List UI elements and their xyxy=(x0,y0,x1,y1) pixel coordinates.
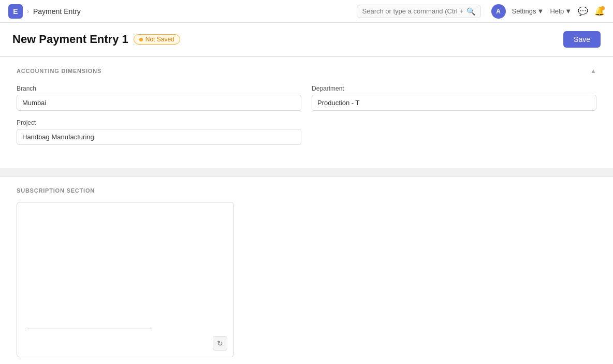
accounting-dimensions-collapse-button[interactable]: ▲ xyxy=(590,67,596,75)
search-icon: 🔍 xyxy=(466,7,475,16)
help-button[interactable]: Help ▼ xyxy=(550,7,572,15)
accounting-dimensions-header: ACCOUNTING DIMENSIONS ▲ xyxy=(17,67,596,75)
subscription-section-title: SUBSCRIPTION SECTION xyxy=(17,187,596,194)
status-dot-icon xyxy=(139,38,143,41)
page-title-area: New Payment Entry 1 Not Saved xyxy=(12,33,180,46)
subscription-reload-button[interactable]: ↻ xyxy=(213,336,227,351)
navbar: E › Payment Entry 🔍 A Settings ▼ Help ▼ … xyxy=(0,0,613,23)
save-button[interactable]: Save xyxy=(563,31,601,48)
notification-bell-button[interactable]: 🔔 xyxy=(594,6,605,16)
page-title: New Payment Entry 1 xyxy=(12,33,128,46)
branch-field-group: Branch xyxy=(17,85,301,111)
department-input[interactable] xyxy=(312,95,596,111)
help-chevron-icon: ▼ xyxy=(565,7,572,15)
breadcrumb-chevron-icon: › xyxy=(27,8,29,15)
settings-chevron-icon: ▼ xyxy=(537,7,544,15)
status-label: Not Saved xyxy=(145,36,174,43)
avatar[interactable]: A xyxy=(491,4,506,19)
global-search-box[interactable]: 🔍 xyxy=(357,5,481,18)
main-content: ACCOUNTING DIMENSIONS ▲ Branch Departmen… xyxy=(0,56,613,364)
notification-dot xyxy=(601,6,605,10)
branch-department-row: Branch Department xyxy=(17,85,596,111)
search-input[interactable] xyxy=(362,7,463,15)
project-input[interactable] xyxy=(17,129,301,145)
settings-button[interactable]: Settings ▼ xyxy=(512,7,544,15)
branch-input[interactable] xyxy=(17,95,301,111)
navbar-right-actions: A Settings ▼ Help ▼ 💬 🔔 xyxy=(491,4,605,19)
accounting-dimensions-section: ACCOUNTING DIMENSIONS ▲ Branch Departmen… xyxy=(0,56,613,168)
chat-icon-button[interactable]: 💬 xyxy=(578,6,588,16)
subscription-loading-line xyxy=(27,328,152,328)
department-label: Department xyxy=(312,85,596,92)
chevron-up-icon: ▲ xyxy=(590,67,596,75)
project-field-group: Project xyxy=(17,119,301,145)
project-row: Project xyxy=(17,119,596,145)
page-header: New Payment Entry 1 Not Saved Save xyxy=(0,23,613,56)
subscription-box: ↻ xyxy=(17,202,234,357)
reload-icon: ↻ xyxy=(217,339,223,347)
accounting-dimensions-title: ACCOUNTING DIMENSIONS xyxy=(17,68,101,74)
subscription-section: SUBSCRIPTION SECTION ↻ xyxy=(0,177,613,364)
status-badge: Not Saved xyxy=(134,34,180,45)
breadcrumb-payment-entry: Payment Entry xyxy=(33,7,81,16)
department-field-group: Department xyxy=(312,85,596,111)
branch-label: Branch xyxy=(17,85,301,92)
project-label: Project xyxy=(17,119,301,126)
section-gap xyxy=(0,168,613,177)
app-brand-icon[interactable]: E xyxy=(8,4,23,19)
